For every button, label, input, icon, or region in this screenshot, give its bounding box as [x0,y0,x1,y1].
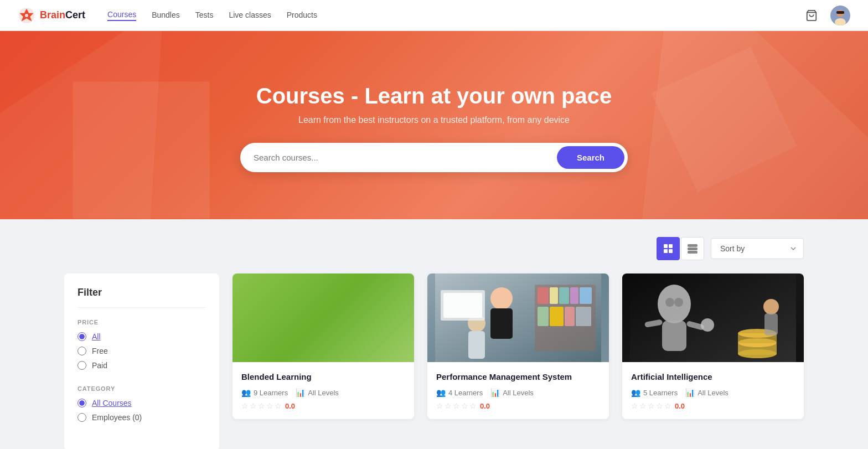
svg-point-40 [490,287,513,309]
nav-link-bundles[interactable]: Bundles [152,11,180,20]
svg-point-49 [665,298,674,307]
search-button[interactable]: Search [557,146,624,169]
svg-point-50 [674,298,683,307]
list-icon [688,244,698,254]
hero-bg-shape2 [625,31,824,219]
brand-logo[interactable]: BrainCert [18,7,85,24]
star-rating: ☆☆☆☆☆ [631,401,671,410]
view-toggle [657,237,704,260]
star-rating: ☆☆☆☆☆ [241,401,282,410]
svg-rect-60 [764,313,778,336]
course-body: Performance Management System 👥 4 Learne… [427,362,609,419]
grid-icon [663,244,673,254]
list-view-button[interactable] [681,237,704,260]
svg-rect-36 [538,307,549,326]
course-card[interactable]: Blended Learning 👥 9 Learners 📊 All Leve… [232,273,414,419]
nav-link-tests[interactable]: Tests [195,11,214,20]
nav-link-products[interactable]: Products [287,11,317,20]
main-layout: Filter PRICE All Free Paid CATEGORY [64,273,804,449]
course-level: All Levels [308,389,339,397]
nav-link-live-classes[interactable]: Live classes [229,11,271,20]
svg-rect-15 [688,248,697,250]
category-employees-option[interactable]: Employees (0) [78,413,206,422]
price-radio-group: All Free Paid [78,332,206,370]
nav-link-courses[interactable]: Courses [107,10,136,21]
course-meta: 👥 5 Learners 📊 All Levels [631,388,795,397]
cart-svg [805,9,818,22]
learners-count: 9 Learners [254,389,288,397]
svg-point-8 [838,13,839,14]
svg-rect-16 [688,251,697,253]
learners-count: 5 Learners [643,389,678,397]
learners-meta: 👥 5 Learners [631,388,678,397]
star-rating: ☆☆☆☆☆ [436,401,477,410]
svg-rect-33 [559,287,569,304]
hero-title: Courses - Learn at your own pace [256,84,612,109]
price-filter-label: PRICE [78,319,206,326]
course-rating: ☆☆☆☆☆ 0.0 [241,401,405,410]
svg-rect-31 [538,287,549,304]
filter-sidebar: Filter PRICE All Free Paid CATEGORY [64,273,219,449]
svg-rect-41 [490,308,513,339]
navbar: BrainCert Courses Bundles Tests Live cla… [0,0,868,31]
course-body: Blended Learning 👥 9 Learners 📊 All Leve… [232,362,414,419]
price-all-option[interactable]: All [78,332,206,341]
avatar-image [830,6,850,25]
course-rating: ☆☆☆☆☆ 0.0 [436,401,600,410]
course-thumbnail [427,273,609,362]
nav-right [802,6,850,25]
category-all-label: All Courses [92,399,132,407]
learners-icon: 👥 [436,388,446,397]
category-all-option[interactable]: All Courses [78,399,206,407]
category-employees-radio[interactable] [78,413,86,422]
filter-title: Filter [78,287,206,308]
level-icon: 📊 [490,388,500,397]
price-all-radio[interactable] [78,332,86,341]
course-body: Artificial Intelligence 👥 5 Learners 📊 A… [622,362,804,419]
category-all-radio[interactable] [78,399,86,407]
course-thumbnail [622,273,804,362]
svg-rect-35 [580,287,592,304]
price-paid-radio[interactable] [78,361,86,370]
svg-rect-32 [550,287,558,304]
hero-subtitle: Learn from the best instructors on a tru… [298,115,570,125]
svg-rect-7 [836,11,844,14]
course-card[interactable]: Artificial Intelligence 👥 5 Learners 📊 A… [622,273,804,419]
learners-icon: 👥 [631,388,640,397]
grid-view-button[interactable] [657,237,680,260]
course-title: Artificial Intelligence [631,371,795,383]
course-title: Blended Learning [241,371,405,383]
courses-grid: Blended Learning 👥 9 Learners 📊 All Leve… [232,273,804,449]
svg-rect-37 [550,307,564,326]
price-all-label: All [92,332,101,341]
svg-point-53 [701,318,714,332]
learners-count: 4 Learners [448,389,483,397]
course-title: Performance Management System [436,371,600,383]
price-paid-option[interactable]: Paid [78,361,206,370]
course-meta: 👥 4 Learners 📊 All Levels [436,388,600,397]
svg-point-59 [763,299,779,314]
rating-value: 0.0 [675,402,685,410]
nav-links: Courses Bundles Tests Live classes Produ… [107,10,802,21]
svg-rect-12 [664,249,668,253]
price-free-option[interactable]: Free [78,347,206,355]
svg-rect-43 [468,331,485,359]
level-icon: 📊 [296,388,305,397]
svg-rect-48 [662,321,686,351]
svg-rect-13 [669,249,673,253]
hero-section: Courses - Learn at your own pace Learn f… [0,31,868,219]
course-card[interactable]: Performance Management System 👥 4 Learne… [427,273,609,419]
top-controls: Sort byNewestOldestPrice: Low to HighPri… [64,237,804,260]
cart-icon[interactable] [802,6,822,25]
price-free-radio[interactable] [78,347,86,355]
logo-icon [18,7,35,24]
level-meta: 📊 All Levels [490,388,534,397]
course-level: All Levels [503,389,534,397]
learners-meta: 👥 4 Learners [436,388,483,397]
category-radio-group: All Courses Employees (0) [78,399,206,422]
user-avatar[interactable] [830,6,850,25]
search-input[interactable] [254,153,557,162]
sort-select[interactable]: Sort byNewestOldestPrice: Low to HighPri… [711,238,804,259]
svg-rect-38 [565,307,575,326]
svg-rect-45 [443,293,482,318]
